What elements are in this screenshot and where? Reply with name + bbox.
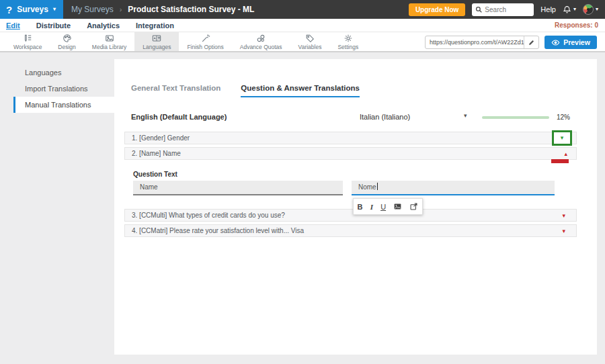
chevron-down-icon xyxy=(573,7,576,12)
product-switcher-surveys[interactable]: ? Surveys xyxy=(0,0,63,19)
open-link-button[interactable] xyxy=(409,202,418,211)
tool-settings[interactable]: Settings xyxy=(329,32,366,51)
translation-tabs: General Text Translation Question & Answ… xyxy=(131,84,360,97)
workspace-icon xyxy=(23,34,32,43)
nav-item-analytics[interactable]: Analytics xyxy=(87,21,120,30)
breadcrumb: My Surveys › Product Satisfaction Survey… xyxy=(71,5,254,14)
chevron-down-icon xyxy=(53,7,56,12)
question-text-label: Question Text xyxy=(133,171,177,178)
languages-icon xyxy=(152,34,161,43)
tool-media-library[interactable]: Media Library xyxy=(84,32,135,51)
target-language-caret-icon[interactable] xyxy=(464,113,467,119)
tool-label: Variables xyxy=(298,44,322,50)
global-search[interactable] xyxy=(472,3,534,16)
tool-label: Settings xyxy=(337,44,358,50)
translation-progress-percent: 12% xyxy=(557,113,570,121)
tab-question-answer-translations[interactable]: Question & Answer Translations xyxy=(241,84,360,97)
tool-label: Workspace xyxy=(13,44,42,50)
tool-label: Advance Quotas xyxy=(240,44,282,50)
expand-caret-down-icon[interactable] xyxy=(562,210,565,222)
chevron-down-icon xyxy=(596,7,598,12)
translations-sidebar: Languages Import Translations Manual Tra… xyxy=(13,64,114,113)
media-library-icon xyxy=(105,34,114,43)
bell-icon xyxy=(563,5,571,14)
preview-button[interactable]: Preview xyxy=(544,36,597,49)
tool-label: Finish Options xyxy=(187,44,223,50)
default-language-label: English (Default Language) xyxy=(131,113,227,121)
expand-caret-down-icon[interactable] xyxy=(562,226,565,237)
question-label: 1. [Gender] Gender xyxy=(132,134,190,142)
settings-gear-icon xyxy=(344,34,353,43)
nav-item-integration[interactable]: Integration xyxy=(136,21,174,30)
topbar-actions: Upgrade Now Help xyxy=(409,3,605,16)
account-menu[interactable] xyxy=(583,4,598,15)
bold-button[interactable]: B xyxy=(358,203,363,211)
collapse-caret-up-icon[interactable] xyxy=(564,148,567,160)
preview-label: Preview xyxy=(563,38,590,46)
tool-workspace[interactable]: Workspace xyxy=(5,32,50,51)
question-row-gender[interactable]: 1. [Gender] Gender xyxy=(124,132,577,144)
question-list: 1. [Gender] Gender 2. [Name] Name Questi… xyxy=(124,132,577,240)
tool-label: Languages xyxy=(143,44,171,50)
format-toolbar: B I U xyxy=(353,198,423,215)
question-row-ccmulti[interactable]: 3. [CCMulti] What types of credit cards … xyxy=(124,209,577,222)
search-input[interactable] xyxy=(485,6,528,13)
text-cursor xyxy=(377,183,378,190)
question-label: 3. [CCMulti] What types of credit cards … xyxy=(132,212,285,219)
question-translation-editor: Question Text Name Nome B I U xyxy=(124,163,577,209)
questionpro-app-window: ? Surveys My Surveys › Product Satisfact… xyxy=(0,0,605,364)
question-label: 4. [CCMatri] Please rate your satisfacti… xyxy=(132,227,304,234)
italic-button[interactable]: I xyxy=(370,203,373,211)
breadcrumb-separator: › xyxy=(120,5,122,13)
language-selection-row: English (Default Language) Italian (Ital… xyxy=(131,111,577,124)
tool-languages[interactable]: Languages xyxy=(134,32,179,51)
questionpro-logo-icon: ? xyxy=(6,5,12,15)
translation-text-value: Nome xyxy=(358,183,376,191)
expand-caret-down-icon[interactable] xyxy=(561,135,564,141)
help-link[interactable]: Help xyxy=(540,5,556,13)
sidebar-item-import-translations[interactable]: Import Translations xyxy=(13,81,114,97)
question-row-name[interactable]: 2. [Name] Name xyxy=(124,147,577,160)
upgrade-now-button[interactable]: Upgrade Now xyxy=(409,3,465,16)
nav-item-edit[interactable]: Edit xyxy=(6,21,20,30)
survey-url-box: https://questionpro.com/t/AW22Zd1S1 xyxy=(425,36,539,49)
survey-url[interactable]: https://questionpro.com/t/AW22Zd1S1 xyxy=(426,39,524,46)
design-palette-icon xyxy=(63,34,72,43)
breadcrumb-current-survey: Product Satisfaction Survey - ML xyxy=(128,5,254,14)
target-language-select[interactable]: Italian (Italiano) xyxy=(360,113,410,121)
tool-label: Design xyxy=(58,44,75,50)
translation-progress-bar xyxy=(482,116,549,119)
question-label: 2. [Name] Name xyxy=(132,150,181,157)
tool-design[interactable]: Design xyxy=(50,32,83,51)
primary-nav: Edit Distribute Analytics Integration Re… xyxy=(0,19,605,32)
edit-url-button[interactable] xyxy=(524,36,538,48)
sidebar-item-languages[interactable]: Languages xyxy=(13,64,114,81)
responses-count[interactable]: Responses: 0 xyxy=(555,21,605,29)
breadcrumb-my-surveys[interactable]: My Surveys xyxy=(71,5,114,14)
avatar xyxy=(583,4,594,15)
eye-icon xyxy=(551,38,560,47)
question-row-ccmatri[interactable]: 4. [CCMatri] Please rate your satisfacti… xyxy=(124,224,577,237)
sidebar-item-manual-translations[interactable]: Manual Translations xyxy=(13,97,114,113)
pencil-icon xyxy=(528,39,535,46)
insert-image-button[interactable] xyxy=(393,202,402,211)
finish-options-wand-icon xyxy=(201,34,210,43)
search-icon xyxy=(475,6,482,13)
nav-item-distribute[interactable]: Distribute xyxy=(36,21,71,30)
product-menu-label: Surveys xyxy=(17,5,48,14)
source-text-value: Name xyxy=(140,183,158,191)
tab-general-text-translation[interactable]: General Text Translation xyxy=(131,84,220,97)
top-bar: ? Surveys My Surveys › Product Satisfact… xyxy=(0,0,605,19)
notifications-menu[interactable] xyxy=(563,5,576,14)
tool-variables[interactable]: Variables xyxy=(290,32,330,51)
red-highlight-bar xyxy=(551,159,569,163)
translation-text-field[interactable]: Nome xyxy=(352,181,555,195)
tool-advance-quotas[interactable]: Advance Quotas xyxy=(232,32,290,51)
underline-button[interactable]: U xyxy=(380,203,386,211)
advance-quotas-chain-icon xyxy=(256,34,266,43)
tool-finish-options[interactable]: Finish Options xyxy=(179,32,231,51)
manual-translations-panel: General Text Translation Question & Answ… xyxy=(114,59,597,355)
highlight-box xyxy=(552,130,572,146)
tool-label: Media Library xyxy=(92,44,127,50)
source-text-field: Name xyxy=(133,181,343,195)
